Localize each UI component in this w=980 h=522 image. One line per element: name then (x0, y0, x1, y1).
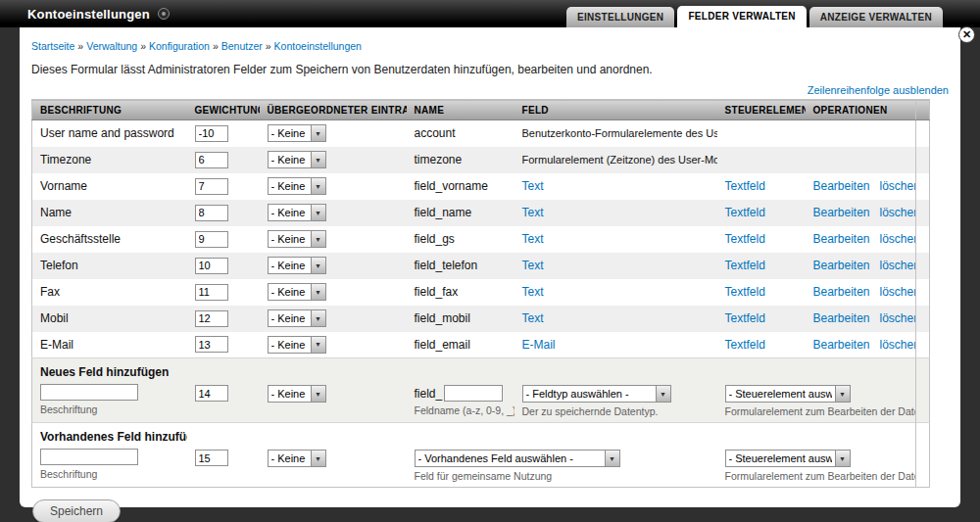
delete-link[interactable]: löschen (880, 285, 916, 299)
parent-select[interactable]: - Keine - (268, 177, 326, 195)
field-type-link[interactable]: E-Mail (522, 338, 556, 352)
weight-input[interactable] (195, 205, 228, 221)
edit-link[interactable]: Bearbeiten (813, 232, 870, 246)
weight-input[interactable] (195, 336, 228, 353)
spacer-cell (916, 306, 930, 332)
field-type-link[interactable]: Text (522, 232, 544, 246)
field-label-cell: E-Mail (32, 332, 187, 358)
widget-link[interactable]: Textfeld (725, 285, 765, 299)
add-new-title: Neues Feld hinzufügen (40, 365, 179, 379)
add-new-widget-select-wrap: - Steuerelement auswählen - (725, 385, 851, 403)
weight-cell (187, 147, 260, 173)
parent-cell: - Keine - (260, 253, 407, 279)
spacer-cell (916, 279, 930, 306)
parent-select[interactable]: - Keine - (268, 257, 326, 274)
parent-select[interactable]: - Keine - (268, 283, 326, 301)
add-existing-parent-select[interactable]: - Keine - (268, 450, 326, 467)
weight-input[interactable] (195, 284, 228, 301)
breadcrumb-link-benutzer[interactable]: Benutzer (221, 40, 263, 52)
edit-link[interactable]: Bearbeiten (813, 338, 870, 352)
field-type-link[interactable]: Text (522, 285, 544, 299)
edit-cell (806, 147, 872, 173)
delete-link[interactable]: löschen (880, 338, 916, 352)
add-new-label-cell: Neues Feld hinzufügen Beschriftung (32, 358, 187, 423)
widget-link[interactable]: Textfeld (725, 338, 765, 352)
existing-field-select[interactable]: - Vorhandenes Feld auswählen - (415, 450, 620, 467)
machine-name-cell: field_gs (407, 226, 514, 253)
machine-name-cell: account (407, 120, 514, 147)
field-type-link[interactable]: Text (522, 259, 544, 272)
weight-input[interactable] (195, 231, 228, 248)
add-existing-field-cell: - Vorhandenes Feld auswählen - Feld für … (407, 423, 717, 488)
widget-link[interactable]: Textfeld (725, 206, 765, 219)
field-label: E-Mail (40, 338, 74, 352)
context-toggle-icon[interactable] (158, 8, 170, 20)
breadcrumb-link-startseite[interactable]: Startseite (31, 40, 74, 52)
parent-select[interactable]: - Keine - (268, 230, 326, 248)
add-new-type-caption: Der zu speichernde Datentyp. (522, 405, 710, 417)
edit-link[interactable]: Bearbeiten (813, 285, 870, 299)
field-type-select[interactable]: - Feldtyp auswählen - (522, 385, 671, 403)
weight-cell (187, 253, 260, 279)
parent-select[interactable]: - Keine - (268, 336, 326, 354)
weight-input[interactable] (195, 258, 228, 274)
parent-select[interactable]: - Keine - (268, 204, 326, 221)
edit-link[interactable]: Bearbeiten (813, 259, 870, 272)
delete-link[interactable]: löschen (880, 179, 916, 193)
delete-link[interactable]: löschen (880, 311, 916, 325)
add-existing-widget-select[interactable]: - Steuerelement auswählen - (725, 450, 851, 467)
add-new-widget-select[interactable]: - Steuerelement auswählen - (725, 385, 851, 403)
widget-link[interactable]: Textfeld (725, 259, 765, 272)
spacer-cell (916, 423, 930, 488)
field-type-link[interactable]: Text (522, 206, 544, 219)
add-new-fieldname-input[interactable] (444, 385, 503, 402)
edit-link[interactable]: Bearbeiten (813, 311, 870, 325)
widget-link[interactable]: Textfeld (725, 179, 765, 193)
add-new-label-input[interactable] (40, 384, 138, 401)
delete-link[interactable]: löschen (880, 206, 916, 219)
weight-input[interactable] (195, 310, 228, 327)
parent-select[interactable]: - Keine - (268, 124, 326, 142)
field-label-cell: User name and password (32, 120, 187, 147)
weight-input[interactable] (195, 125, 228, 142)
close-overlay-button[interactable]: ✕ (958, 26, 975, 43)
parent-select[interactable]: - Keine - (268, 151, 326, 168)
save-button[interactable]: Speichern (32, 499, 121, 522)
field-type-link[interactable]: Text (522, 179, 544, 193)
widget-link[interactable]: Textfeld (725, 232, 765, 246)
add-existing-parent-select-wrap: - Keine - (268, 450, 326, 467)
field-type-link[interactable]: Text (522, 311, 544, 325)
parent-select[interactable]: - Keine - (268, 309, 326, 327)
add-existing-weight-cell (187, 423, 260, 488)
add-existing-label-input[interactable] (40, 449, 138, 465)
weight-cell (187, 279, 260, 306)
widget-cell: Textfeld (717, 200, 806, 226)
parent-select-wrap: - Keine - (268, 124, 326, 142)
breadcrumb-link-kontoeinstellungen[interactable]: Kontoeinstellungen (274, 40, 362, 52)
edit-link[interactable]: Bearbeiten (813, 179, 870, 193)
tab-anzeige-verwalten[interactable]: ANZEIGE VERWALTEN (809, 7, 943, 27)
add-new-name-cell: field_ Feldname (a-z, 0-9, _) (407, 358, 514, 423)
widget-link[interactable]: Textfeld (725, 311, 765, 325)
field-row: Timezone- Keine -timezoneFormularelement… (32, 147, 930, 173)
breadcrumb-link-konfiguration[interactable]: Konfiguration (149, 40, 210, 52)
edit-cell: Bearbeiten (806, 279, 872, 306)
row-order-toggle-link[interactable]: Zeilenreihenfolge ausblenden (808, 84, 949, 96)
breadcrumb-link-verwaltung[interactable]: Verwaltung (86, 40, 137, 52)
page-title: Kontoeinstellungen (27, 7, 150, 22)
add-new-parent-select[interactable]: - Keine - (268, 385, 326, 403)
widget-cell: Textfeld (717, 332, 806, 358)
delete-link[interactable]: löschen (880, 259, 916, 272)
machine-name-cell: field_name (407, 200, 514, 226)
weight-input[interactable] (195, 178, 228, 195)
edit-link[interactable]: Bearbeiten (813, 206, 870, 219)
delete-link[interactable]: löschen (880, 232, 916, 246)
add-new-weight-input[interactable] (195, 385, 228, 402)
add-existing-weight-input[interactable] (195, 450, 228, 466)
parent-cell: - Keine - (260, 279, 407, 306)
weight-input[interactable] (195, 152, 228, 168)
tab-einstellungen[interactable]: EINSTELLUNGEN (566, 7, 674, 27)
add-new-weight-cell (187, 358, 260, 423)
header-steuerelement: STEUERELEMENT (717, 100, 806, 120)
tab-felder-verwalten[interactable]: FELDER VERWALTEN (677, 6, 806, 27)
